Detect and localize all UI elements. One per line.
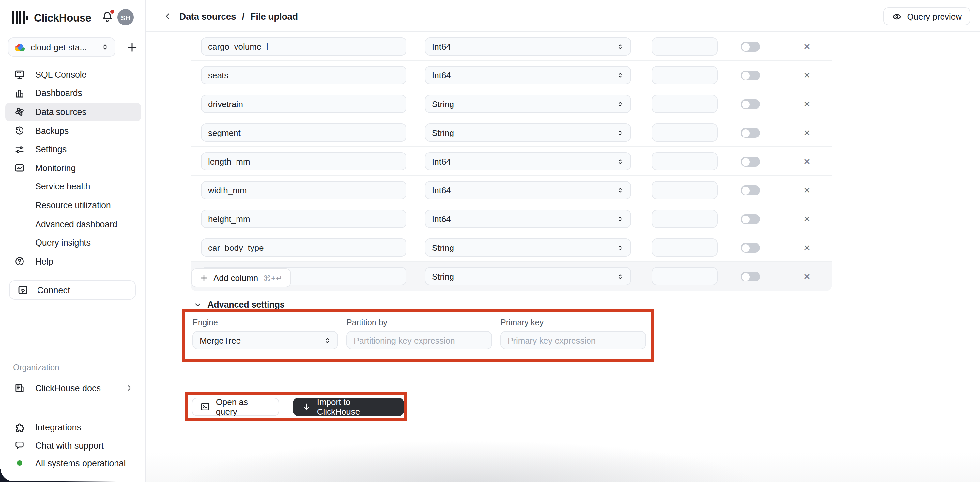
- sidebar-item-service-health[interactable]: Service health: [5, 177, 141, 196]
- sidebar-item-help[interactable]: Help: [5, 252, 141, 271]
- default-value-input[interactable]: [652, 66, 718, 84]
- advanced-settings-toggle[interactable]: Advanced settings: [194, 300, 285, 310]
- query-preview-button[interactable]: Query preview: [883, 7, 970, 26]
- nullable-toggle-off[interactable]: [741, 99, 760, 109]
- sidebar-item-sql-console[interactable]: SQL Console: [5, 65, 141, 84]
- default-value-input[interactable]: [652, 152, 718, 171]
- plus-icon: [200, 274, 208, 282]
- sidebar-item-monitoring[interactable]: Monitoring: [5, 159, 141, 177]
- default-value-input[interactable]: [652, 238, 718, 257]
- remove-column-button[interactable]: ✕: [801, 184, 813, 196]
- column-name-input[interactable]: [201, 181, 406, 199]
- toggle-knob: [741, 158, 749, 166]
- breadcrumb-data-sources[interactable]: Data sources: [180, 11, 236, 21]
- chevron-updown-icon: [617, 128, 624, 137]
- column-type-select[interactable]: Int64: [425, 37, 631, 56]
- remove-column-button[interactable]: ✕: [801, 69, 813, 81]
- column-type-select[interactable]: String: [425, 123, 631, 142]
- partition-by-input[interactable]: [347, 331, 492, 350]
- remove-column-button[interactable]: ✕: [801, 213, 813, 225]
- chevron-updown-icon: [324, 336, 331, 345]
- google-cloud-icon: [14, 43, 25, 51]
- import-to-clickhouse-button[interactable]: Import to ClickHouse: [293, 397, 404, 416]
- backups-icon: [14, 125, 25, 136]
- service-selector[interactable]: cloud-get-sta...: [8, 37, 116, 57]
- default-value-input[interactable]: [652, 95, 718, 113]
- sidebar-item-chat-support[interactable]: Chat with support: [5, 437, 141, 455]
- sidebar-item-label: Advanced dashboard: [35, 219, 118, 229]
- engine-select[interactable]: MergeTree: [192, 331, 338, 350]
- column-type-value: Int64: [432, 41, 451, 51]
- remove-column-button[interactable]: ✕: [801, 40, 813, 52]
- system-status-row[interactable]: All systems operational: [5, 455, 141, 472]
- sidebar-item-clickhouse-docs[interactable]: ClickHouse docs: [5, 379, 141, 397]
- default-value-input[interactable]: [652, 123, 718, 142]
- add-column-button[interactable]: Add column ⌘+↵: [191, 268, 291, 287]
- sidebar-footer: Integrations Chat with support All syste…: [5, 419, 141, 472]
- default-value-input[interactable]: [652, 210, 718, 228]
- open-as-query-button[interactable]: Open as query: [192, 397, 279, 416]
- sidebar-item-query-insights[interactable]: Query insights: [5, 233, 141, 252]
- column-name-input[interactable]: [201, 66, 406, 84]
- service-name: cloud-get-sta...: [31, 42, 96, 52]
- sidebar-item-label: Help: [35, 256, 53, 266]
- remove-column-button[interactable]: ✕: [801, 270, 813, 282]
- download-arrow-icon: [302, 402, 311, 411]
- page-header: Data sources / File upload Query preview: [146, 0, 980, 32]
- add-column-label: Add column: [213, 273, 258, 283]
- column-type-select[interactable]: String: [425, 95, 631, 113]
- column-type-select[interactable]: Int64: [425, 210, 631, 228]
- column-name-input[interactable]: [201, 123, 406, 142]
- nullable-toggle-off[interactable]: [741, 243, 760, 253]
- default-value-input[interactable]: [652, 37, 718, 56]
- sidebar-item-label: Integrations: [35, 423, 81, 433]
- default-value-input[interactable]: [652, 267, 718, 286]
- add-service-button[interactable]: [125, 40, 139, 54]
- remove-column-button[interactable]: ✕: [801, 127, 813, 139]
- nullable-toggle-off[interactable]: [741, 185, 760, 195]
- sidebar-item-settings[interactable]: Settings: [5, 140, 141, 159]
- column-type-select[interactable]: Int64: [425, 181, 631, 199]
- dashboards-icon: [14, 88, 25, 99]
- sidebar-item-backups[interactable]: Backups: [5, 121, 141, 140]
- table-row: String ✕: [191, 233, 832, 262]
- sidebar-item-advanced-dashboard[interactable]: Advanced dashboard: [5, 215, 141, 233]
- column-type-select[interactable]: Int64: [425, 66, 631, 84]
- nullable-toggle-off[interactable]: [741, 70, 760, 80]
- primary-key-input[interactable]: [500, 331, 646, 350]
- table-row: Int64 ✕: [191, 61, 832, 89]
- column-type-select[interactable]: String: [425, 267, 631, 286]
- column-type-select[interactable]: String: [425, 238, 631, 257]
- sidebar-item-resource-utilization[interactable]: Resource utilization: [5, 196, 141, 215]
- column-name-input[interactable]: [201, 37, 406, 56]
- nullable-toggle-off[interactable]: [741, 42, 760, 52]
- connect-button[interactable]: Connect: [9, 280, 136, 300]
- default-value-input[interactable]: [652, 181, 718, 199]
- sidebar-item-data-sources[interactable]: Data sources: [5, 102, 141, 121]
- table-row: Int64 ✕: [191, 32, 832, 61]
- back-chevron-icon[interactable]: [163, 11, 172, 21]
- nullable-toggle-off[interactable]: [741, 214, 760, 224]
- nullable-toggle-off[interactable]: [741, 272, 760, 281]
- column-type-select[interactable]: Int64: [425, 152, 631, 171]
- remove-column-button[interactable]: ✕: [801, 242, 813, 254]
- sidebar-item-integrations[interactable]: Integrations: [5, 419, 141, 437]
- column-name-input[interactable]: [201, 95, 406, 113]
- bottom-fade: [146, 417, 980, 482]
- nullable-toggle-off[interactable]: [741, 128, 760, 138]
- avatar[interactable]: SH: [118, 9, 134, 26]
- sidebar-item-dashboards[interactable]: Dashboards: [5, 84, 141, 102]
- column-name-input[interactable]: [201, 210, 406, 228]
- chevron-updown-icon: [102, 43, 109, 52]
- clickhouse-cloud-window: ClickHouse SH: [0, 0, 980, 482]
- remove-column-button[interactable]: ✕: [801, 155, 813, 167]
- chevron-updown-icon: [617, 186, 624, 194]
- nullable-toggle-off[interactable]: [741, 157, 760, 166]
- column-type-value: Int64: [432, 214, 451, 224]
- remove-column-button[interactable]: ✕: [801, 98, 813, 110]
- notifications-button[interactable]: [101, 10, 114, 25]
- column-name-input[interactable]: [201, 152, 406, 171]
- column-type-value: String: [432, 271, 454, 281]
- breadcrumb: Data sources / File upload: [163, 0, 298, 32]
- column-name-input[interactable]: [201, 238, 406, 257]
